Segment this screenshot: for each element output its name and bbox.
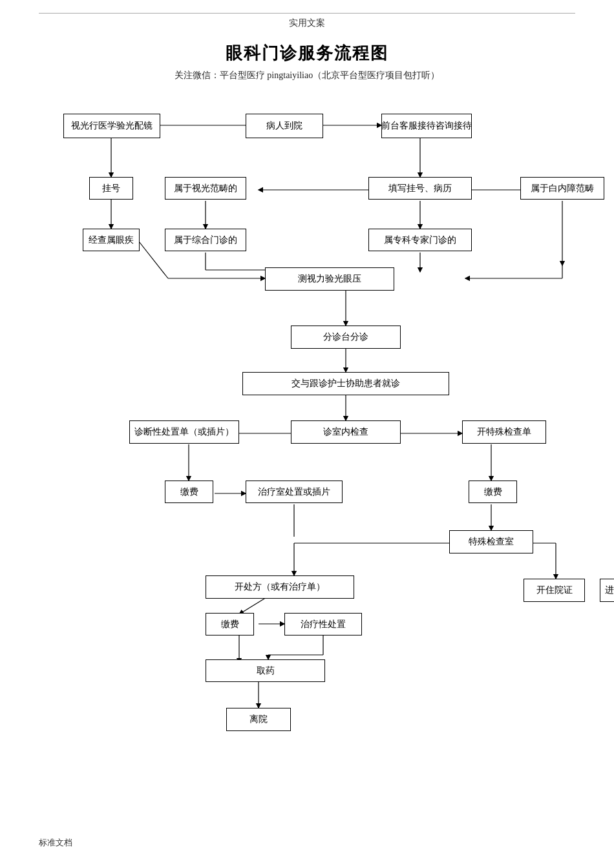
- svg-line-11: [139, 242, 168, 278]
- bottom-label: 标准文档: [39, 837, 575, 849]
- top-label: 实用文案: [39, 17, 575, 29]
- arrows-svg: [39, 101, 575, 831]
- box-get-medicine: 取药: [206, 659, 325, 682]
- box-triage: 分诊台分诊: [291, 326, 401, 349]
- box-comprehensive: 属于综合门诊的: [165, 229, 246, 251]
- box-admission-process: 进入入院流程: [600, 579, 614, 602]
- box-treatment-room: 治疗室处置或插片: [246, 480, 343, 503]
- box-special-exam-order: 开特殊检查单: [462, 420, 546, 444]
- bottom-rule: 标准文档: [39, 837, 575, 849]
- box-special-exam-room: 特殊检查室: [449, 530, 533, 553]
- box-hospital-cert: 开住院证: [524, 579, 585, 602]
- box-cataract: 属于白内障范畴: [520, 177, 604, 200]
- box-register: 挂号: [89, 177, 133, 200]
- box-specialist: 属专科专家门诊的: [368, 229, 472, 251]
- flowchart: 病人到院 视光行医学验光配镜 前台客服接待咨询接待 挂号 填写挂号、病历 属于视…: [39, 101, 575, 831]
- box-pay1: 缴费: [165, 480, 213, 503]
- main-title: 眼科门诊服务流程图: [39, 42, 575, 65]
- box-therapeutic: 治疗性处置: [284, 613, 362, 636]
- box-patient-arrive: 病人到院: [246, 114, 323, 138]
- box-front-desk: 前台客服接待咨询接待: [381, 114, 472, 138]
- box-optical-shop: 视光行医学验光配镜: [63, 114, 160, 138]
- box-follow-nurse: 交与跟诊护士协助患者就诊: [242, 372, 449, 395]
- subtitle: 关注微信：平台型医疗 pingtaiyiliao（北京平台型医疗项目包打听）: [39, 70, 575, 81]
- box-diagnosis-order: 诊断性处置单（或插片）: [129, 420, 239, 444]
- box-clinic-exam: 诊室内检查: [291, 420, 401, 444]
- box-prescription: 开处方（或有治疗单）: [206, 575, 354, 599]
- box-optical-range: 属于视光范畴的: [165, 177, 246, 200]
- box-pay2: 缴费: [469, 480, 517, 503]
- box-pay3: 缴费: [206, 613, 254, 636]
- box-discharge: 离院: [226, 708, 291, 731]
- box-measure-vision: 测视力验光眼压: [265, 267, 394, 291]
- page: 实用文案 眼科门诊服务流程图 关注微信：平台型医疗 pingtaiyiliao（…: [0, 0, 614, 868]
- box-eye-disease: 经查属眼疾: [83, 229, 140, 251]
- box-fill-form: 填写挂号、病历: [368, 177, 472, 200]
- top-rule: [39, 13, 575, 14]
